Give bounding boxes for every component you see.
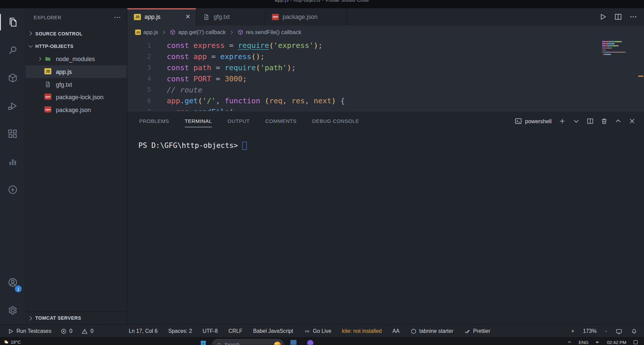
taskbar-app-icon[interactable] (307, 340, 313, 345)
tree-indent (36, 81, 44, 87)
status-indentation[interactable]: Spaces: 2 (168, 328, 192, 334)
status-label: kite: not installed (342, 328, 382, 334)
code-editor[interactable]: 1234567 const express = require('express… (127, 39, 644, 111)
code-line: const path = require('path'); (167, 62, 345, 73)
panel-tab-problems[interactable]: PROBLEMS (139, 111, 169, 131)
account-badge: 1 (15, 285, 22, 292)
symbol-method-icon (170, 29, 176, 35)
status-label: Prettier (473, 328, 490, 334)
status-tabnine[interactable]: tabnine starter (410, 328, 454, 334)
chevron-right-icon (36, 56, 44, 62)
status-label: Ln 17, Col 6 (129, 328, 157, 334)
panel-tab-terminal[interactable]: TERMINAL (185, 111, 212, 131)
launch-profile-icon[interactable] (572, 117, 580, 125)
section-http-objects[interactable]: HTTP-OBJECTS (25, 40, 127, 53)
file-label: gfg.txt (56, 81, 72, 87)
taskbar-search[interactable]: Search (212, 339, 284, 345)
status-label: tabnine starter (419, 328, 453, 334)
file-gfg-txt[interactable]: gfg.txt (25, 78, 127, 91)
vscode-window: app.js - http-objects - Visual Studio Co… (0, 0, 644, 345)
activity-accounts[interactable]: 1 (0, 268, 25, 296)
status-label: AA (392, 328, 400, 334)
close-icon[interactable]: × (186, 14, 190, 20)
status-bar: Run Testcases 0 0 Ln 17, Col 6 Spaces: 2… (0, 324, 644, 338)
file-app-js[interactable]: JS app.js (25, 65, 127, 78)
status-encoding[interactable]: UTF-8 (203, 328, 218, 334)
breadcrumb-label: app.get('/') callback (178, 29, 226, 35)
status-label: 0 (91, 328, 94, 334)
activity-package-manager[interactable] (0, 64, 25, 92)
split-editor-icon[interactable] (614, 13, 622, 21)
status-zoom-out[interactable]: - (605, 328, 607, 334)
panel-tab-output[interactable]: OUTPUT (228, 111, 250, 131)
check-double-icon (464, 328, 470, 334)
volume-icon[interactable] (595, 340, 600, 345)
terminal-shell-selector[interactable]: powershell (515, 117, 551, 125)
activity-thunder-client[interactable] (0, 176, 25, 204)
status-zoom-level[interactable]: 173% (583, 328, 596, 334)
status-eol[interactable]: CRLF (229, 328, 242, 334)
weather-widget[interactable]: 18°C (3, 339, 21, 345)
status-cursor-position[interactable]: Ln 17, Col 6 (129, 328, 157, 334)
status-run-testcases[interactable]: Run Testcases (7, 328, 51, 334)
new-terminal-icon[interactable] (559, 117, 566, 125)
language-indicator[interactable]: ENG (579, 340, 589, 345)
breadcrumb-label: app.js (143, 29, 158, 35)
windows-start-icon[interactable] (200, 340, 206, 345)
status-label: CRLF (229, 328, 242, 334)
split-terminal-icon[interactable] (587, 117, 594, 125)
terminal[interactable]: PS D:\GFG\http-objects> (127, 131, 644, 151)
bottom-panel: PROBLEMSTERMINALOUTPUTCOMMENTSDEBUG CONS… (127, 111, 644, 324)
file-node-modules[interactable]: node_modules (25, 53, 127, 65)
activity-settings[interactable] (0, 296, 25, 324)
maximize-panel-icon[interactable] (614, 117, 622, 125)
taskbar-app-icon[interactable] (290, 340, 297, 345)
activity-extensions[interactable] (0, 120, 25, 148)
activity-explorer[interactable] (0, 8, 25, 36)
tab-app-js[interactable]: JSapp.js × (127, 8, 196, 25)
section-label: HTTP-OBJECTS (35, 44, 74, 49)
breadcrumb-item[interactable]: JS app.js (135, 29, 158, 35)
status-font-indicator[interactable]: AA (392, 328, 400, 334)
clock[interactable]: 02:42 PM (607, 340, 626, 345)
status-zoom-in[interactable]: + (571, 328, 574, 334)
terminal-prompt: PS D:\GFG\http-objects> (138, 141, 238, 149)
npm-icon: npm (44, 106, 51, 112)
breadcrumb-item[interactable]: app.get('/') callback (170, 29, 226, 35)
status-screencast[interactable] (616, 328, 622, 334)
panel-tab-comments[interactable]: COMMENTS (265, 111, 297, 131)
status-warnings[interactable]: 0 (81, 328, 94, 334)
close-panel-icon[interactable] (628, 117, 636, 125)
status-kite[interactable]: kite: not installed (342, 328, 382, 334)
file-package-json[interactable]: npm package.json (25, 103, 127, 116)
breadcrumb-item[interactable]: res.sendFile() callback (237, 29, 301, 35)
file-label: node_modules (56, 56, 95, 62)
more-actions-icon[interactable]: ⋯ (114, 16, 121, 20)
minimap[interactable] (602, 41, 630, 56)
notification-icon[interactable] (633, 340, 638, 345)
sidebar-title: EXPLORER (34, 15, 61, 20)
status-label: Run Testcases (17, 328, 51, 334)
text-file-icon (44, 81, 51, 88)
activity-run-and-debug[interactable] (0, 92, 25, 120)
status-prettier[interactable]: Prettier (464, 328, 490, 334)
status-errors[interactable]: 0 (60, 328, 73, 334)
file-package-lock-json[interactable]: npm package-lock.json (25, 91, 127, 104)
tabnine-icon (410, 328, 417, 334)
activity-metrics[interactable] (0, 148, 25, 176)
kill-terminal-icon[interactable] (600, 117, 608, 125)
run-file-icon[interactable] (599, 13, 607, 21)
more-actions-icon[interactable] (629, 13, 637, 21)
status-go-live[interactable]: Go Live (304, 328, 331, 334)
tab-gfg-txt[interactable]: gfg.txt (196, 8, 265, 25)
panel-tab-debug-console[interactable]: DEBUG CONSOLE (312, 111, 359, 131)
section-tomcat-servers[interactable]: TOMCAT SERVERS (25, 312, 127, 324)
tab-package-json[interactable]: npmpackage.json (265, 8, 347, 25)
run-debug-icon (7, 101, 18, 111)
activity-search[interactable] (0, 36, 25, 64)
status-notifications[interactable] (631, 328, 637, 334)
tray-chevron-up-icon[interactable] (567, 340, 572, 345)
status-language-mode[interactable]: Babel JavaScript (253, 328, 293, 334)
section-source-control[interactable]: SOURCE CONTROL (25, 27, 127, 40)
chevron-right-icon (27, 30, 34, 37)
